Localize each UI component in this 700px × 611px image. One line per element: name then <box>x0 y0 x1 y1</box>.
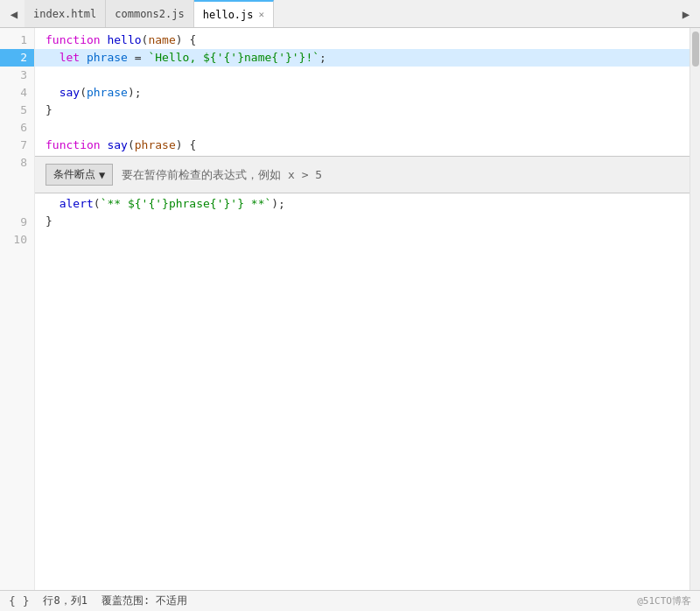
line-num-6: 6 <box>0 119 34 137</box>
tab-index-html[interactable]: index.html <box>24 0 106 27</box>
nav-right-icon: ▶ <box>682 7 690 21</box>
scrollbar-thumb[interactable] <box>692 32 699 67</box>
tab-nav-left[interactable]: ◀ <box>4 4 24 25</box>
tab-label-commons2: commons2.js <box>115 8 184 20</box>
breakpoint-dropdown-icon: ▼ <box>99 169 105 181</box>
conditional-breakpoint-button[interactable]: 条件断点 ▼ <box>46 164 113 186</box>
var-phrase: phrase <box>87 49 128 67</box>
param-phrase: phrase <box>135 137 176 154</box>
code-line-10: } <box>35 213 690 230</box>
tab-label-hello: hello.js <box>203 9 254 21</box>
code-line-2: let phrase = `Hello, ${'{'}name{'}'}!` ; <box>35 49 690 67</box>
code-line-6 <box>35 119 690 137</box>
var-phrase-arg: phrase <box>87 84 128 102</box>
status-brand: @51CTO博客 <box>637 594 691 607</box>
kw-function-2: function <box>46 137 101 154</box>
line-numbers: 1 2 3 4 5 6 7 8 9 10 <box>0 28 35 590</box>
line-num-1: 1 <box>0 32 34 49</box>
code-line-4: say ( phrase ); <box>35 84 690 102</box>
str-alert-template: `** ${'{'}phrase{'}'} **` <box>101 195 272 213</box>
breakpoint-button-label: 条件断点 <box>53 167 95 182</box>
line-num-9: 9 <box>0 214 34 231</box>
str-template: `Hello, ${'{'}name{'}'}!` <box>148 49 319 67</box>
code-line-5: } <box>35 102 690 119</box>
code-line-1: function hello ( name ) { <box>35 32 690 49</box>
tab-close-icon[interactable]: ✕ <box>259 9 265 20</box>
breakpoint-hint: 要在暂停前检查的表达式，例如 x > 5 <box>122 167 322 183</box>
status-bar: { } 行8，列1 覆盖范围: 不适用 @51CTO博客 <box>0 590 700 611</box>
status-position: 行8，列1 <box>43 593 87 608</box>
kw-let: let <box>60 49 80 67</box>
code-area[interactable]: function hello ( name ) { let phrase = `… <box>35 28 690 590</box>
line-num-2: 2 <box>0 49 34 67</box>
line-num-8b <box>0 172 34 214</box>
fn-say: say <box>107 137 127 154</box>
code-line-9: alert ( `** ${'{'}phrase{'}'} **` ); <box>35 195 690 213</box>
line-num-8: 8 <box>0 154 34 172</box>
fn-say-call: say <box>60 84 80 102</box>
kw-function-1: function <box>46 32 101 49</box>
breakpoint-panel: 条件断点 ▼ 要在暂停前检查的表达式，例如 x > 5 <box>35 156 690 193</box>
scrollbar-track[interactable] <box>690 28 700 590</box>
tab-hello-js[interactable]: hello.js ✕ <box>194 0 274 27</box>
status-coverage: 覆盖范围: 不适用 <box>102 593 187 608</box>
code-line-7: function say ( phrase ) { <box>35 137 690 154</box>
editor-container: 1 2 3 4 5 6 7 8 9 10 function hello ( na… <box>0 28 700 590</box>
status-braces: { } <box>9 594 29 607</box>
line-num-10: 10 <box>0 231 34 249</box>
line-num-5: 5 <box>0 102 34 119</box>
line-num-3: 3 <box>0 67 34 84</box>
tab-nav-right[interactable]: ▶ <box>676 4 696 25</box>
fn-hello: hello <box>107 32 141 49</box>
fn-alert: alert <box>60 195 94 213</box>
param-name: name <box>148 32 175 49</box>
code-line-3 <box>35 67 690 84</box>
line-num-4: 4 <box>0 84 34 102</box>
tab-commons2-js[interactable]: commons2.js <box>106 0 193 27</box>
line-num-7: 7 <box>0 137 34 154</box>
tab-bar: ◀ index.html commons2.js hello.js ✕ ▶ <box>0 0 700 28</box>
nav-left-icon: ◀ <box>10 7 18 21</box>
tab-label-index: index.html <box>33 8 96 20</box>
